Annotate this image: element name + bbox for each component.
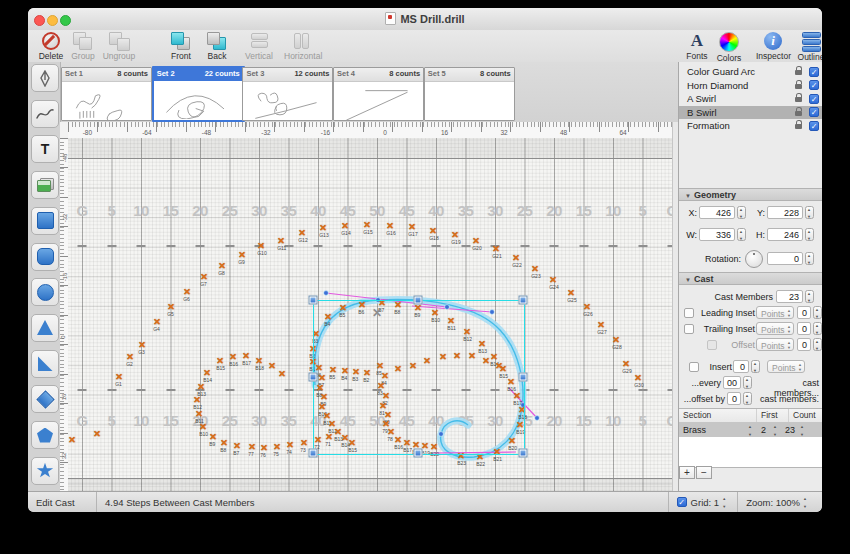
tool-triangle[interactable] [31, 314, 59, 342]
trailing-inset-unit-dropdown[interactable]: Points [756, 322, 794, 335]
geometry-section-header[interactable]: ▼Geometry [679, 188, 822, 201]
lock-icon[interactable] [795, 97, 802, 102]
section-stepper[interactable] [748, 425, 756, 436]
cast-member-marker[interactable]: ✕ [68, 436, 76, 444]
set-card-2[interactable]: Set 222 counts [152, 66, 245, 122]
lock-icon[interactable] [795, 111, 802, 116]
cast-member-marker[interactable]: ✕G17 [408, 223, 416, 231]
cast-member-marker[interactable]: ✕B10 [199, 423, 207, 431]
tool-right-triangle[interactable] [31, 350, 59, 378]
cast-member-marker[interactable]: ✕G11 [277, 237, 285, 245]
tool-curve[interactable] [31, 100, 59, 128]
h-field[interactable]: 246 [767, 228, 803, 241]
tool-text[interactable]: T [31, 135, 59, 163]
cast-member-marker[interactable]: ✕G4 [153, 318, 161, 326]
remove-section-button[interactable]: − [696, 466, 712, 479]
grid-stepper[interactable] [722, 497, 729, 508]
cast-member-marker[interactable]: ✕77 [248, 443, 256, 451]
cast-member-marker[interactable]: ✕G15 [363, 221, 371, 229]
layer-row-color-guard-arc[interactable]: Color Guard Arc✓ [679, 65, 822, 79]
offset-value[interactable]: 0 [797, 338, 811, 351]
layer-row-horn-diamond[interactable]: Horn Diamond✓ [679, 79, 822, 93]
tool-square[interactable] [31, 207, 59, 235]
cast-member-marker[interactable]: ✕G3 [138, 341, 146, 349]
cast-member-marker[interactable]: ✕G22 [512, 254, 520, 262]
outline-toolbar-button[interactable]: Outline [794, 31, 822, 62]
set-card-5[interactable]: Set 58 counts [424, 67, 515, 121]
cast-member-marker[interactable]: ✕G23 [531, 265, 539, 273]
layer-visibility-checkbox[interactable]: ✓ [809, 67, 819, 77]
cast-member-marker[interactable]: ✕G25 [567, 289, 575, 297]
x-field[interactable]: 426 [699, 206, 735, 219]
set-card-4[interactable]: Set 48 counts [333, 67, 424, 121]
lock-icon[interactable] [795, 124, 802, 129]
grid-checkbox[interactable]: ✓ [677, 497, 687, 507]
count-stepper[interactable] [800, 425, 808, 436]
tool-pen[interactable] [31, 64, 59, 92]
layer-visibility-checkbox[interactable]: ✓ [809, 107, 819, 117]
cast-member-marker[interactable]: ✕G21 [492, 245, 500, 253]
leading-inset-value[interactable]: 0 [797, 306, 811, 319]
selection-rectangle[interactable] [313, 300, 525, 455]
cast-member-marker[interactable]: ✕B17 [242, 352, 250, 360]
selection-handle[interactable] [519, 296, 528, 305]
cast-member-marker[interactable]: ✕G8 [218, 262, 226, 270]
front-toolbar-button[interactable]: Front [164, 31, 198, 61]
cast-member-marker[interactable]: ✕G14 [341, 222, 349, 230]
tool-circle[interactable] [31, 278, 59, 306]
layer-visibility-checkbox[interactable]: ✓ [809, 121, 819, 131]
cast-member-marker[interactable]: ✕G6 [183, 288, 191, 296]
selection-handle[interactable] [414, 296, 423, 305]
lock-icon[interactable] [795, 84, 802, 89]
cast-member-marker[interactable]: ✕B8 [220, 439, 228, 447]
cast-section-header[interactable]: ▼Cast [679, 272, 822, 285]
offset-value-stepper[interactable] [813, 338, 822, 351]
insert-value[interactable]: 0 [733, 360, 749, 373]
insert-value-stepper[interactable] [751, 360, 760, 373]
insert-unit-dropdown[interactable]: Points [767, 360, 805, 373]
trailing-inset-value[interactable]: 0 [797, 322, 811, 335]
grid-control[interactable]: ✓ Grid: 1 [669, 492, 738, 512]
leading-inset-value-stepper[interactable] [813, 306, 822, 319]
y-field[interactable]: 228 [767, 206, 803, 219]
tool-cast-images[interactable] [31, 171, 59, 199]
cast-member-marker[interactable]: ✕G30 [634, 374, 642, 382]
trailing-inset-value-stepper[interactable] [813, 322, 822, 335]
selection-handle[interactable] [414, 449, 423, 458]
colors-toolbar-button[interactable]: Colors [712, 31, 746, 63]
cast-member-marker[interactable]: ✕G10 [257, 242, 265, 250]
cast-member-marker[interactable]: ✕G16 [386, 222, 394, 230]
tool-rounded-square[interactable] [31, 243, 59, 271]
cast-member-marker[interactable]: ✕ [278, 370, 286, 378]
every-value-stepper[interactable] [743, 376, 752, 389]
cast-member-marker[interactable]: ✕B13 [197, 383, 205, 391]
h-field-stepper[interactable] [805, 228, 814, 241]
layer-visibility-checkbox[interactable]: ✓ [809, 94, 819, 104]
tool-star[interactable] [31, 457, 59, 485]
cast-member-marker[interactable]: ✕ [268, 362, 276, 370]
cast-member-marker[interactable]: ✕73 [300, 439, 308, 447]
tool-pentagon[interactable] [31, 421, 59, 449]
trailing-inset-checkbox[interactable] [684, 324, 694, 334]
add-section-button[interactable]: + [679, 466, 695, 479]
cast-member-marker[interactable]: ✕B7 [233, 442, 241, 450]
offset-checkbox[interactable] [707, 340, 717, 350]
leading-inset-unit-dropdown[interactable]: Points [756, 306, 794, 319]
leading-inset-checkbox[interactable] [684, 308, 694, 318]
cast-member-marker[interactable]: ✕G1 [115, 373, 123, 381]
rotation-knob[interactable] [745, 250, 763, 268]
cast-member-marker[interactable]: ✕G29 [622, 360, 630, 368]
cast-member-marker[interactable]: ✕B18 [255, 357, 263, 365]
offset-by-value[interactable]: 0 [727, 392, 741, 405]
cast-member-marker[interactable]: ✕G27 [597, 321, 605, 329]
layer-visibility-checkbox[interactable]: ✓ [809, 80, 819, 90]
selection-handle[interactable] [519, 449, 528, 458]
rotation-field-stepper[interactable] [805, 252, 814, 265]
cast-member-marker[interactable]: ✕G2 [126, 353, 134, 361]
cast-member-marker[interactable]: ✕G20 [472, 237, 480, 245]
cast-member-marker[interactable]: ✕G26 [583, 303, 591, 311]
offset-unit-dropdown[interactable]: Points [756, 338, 794, 351]
selection-handle[interactable] [309, 449, 318, 458]
cast-member-marker[interactable]: ✕G13 [319, 224, 327, 232]
cast-member-marker[interactable]: ✕B15 [216, 357, 224, 365]
